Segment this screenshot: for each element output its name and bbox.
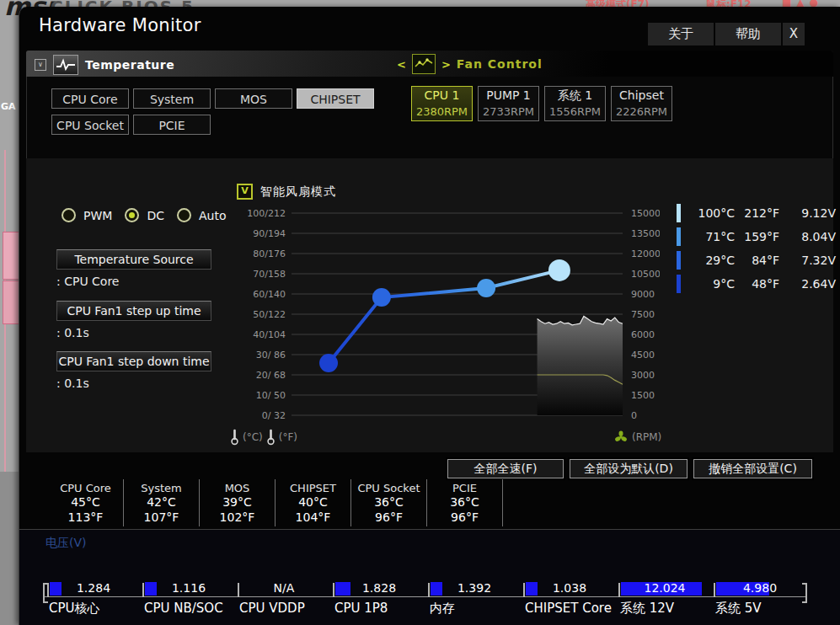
cpu-fan1-step-up-time-value: : 0.1s (56, 326, 89, 339)
fan-curve-chart[interactable]: 100/2121500090/1941350080/1761200070/158… (230, 200, 660, 432)
mode-label-pwm: PWM (83, 209, 112, 222)
fan-control-section-header: < > Fan Control (397, 54, 543, 74)
temp-tab-mos[interactable]: MOS (215, 88, 292, 109)
fan-tab-cpu-1[interactable]: CPU 12380RPM (411, 86, 473, 121)
temp-axis-tick: 20/ 68 (256, 370, 286, 381)
fan-tab-chipset[interactable]: Chipset2226RPM (611, 86, 672, 121)
point-voltage: 9.12V (792, 206, 836, 220)
about-button[interactable]: 关于 (648, 23, 714, 45)
all-set-default-button[interactable]: 全部设为默认(D) (570, 459, 688, 478)
bg-decoration-strip (0, 472, 19, 625)
thermometer-icon (230, 428, 239, 446)
temp-axis-tick: 90/194 (253, 228, 286, 239)
fan-control-section-title: Fan Control (457, 57, 543, 71)
readout-pcie: PCIE36°C96°F (427, 479, 503, 526)
readout-chipset: CHIPSET40°C104°F (276, 479, 351, 526)
temp-axis-tick: 70/158 (253, 269, 286, 280)
mode-label-auto: Auto (199, 209, 227, 222)
temperature-source-value: : CPU Core (56, 275, 119, 288)
radio-dot (66, 212, 72, 218)
readout-label: MOS (200, 481, 275, 495)
bios-screen: msi CLICK BIOS 5 高级模式(F7) 鼠标:F12 ■▲● GA … (0, 0, 840, 625)
fan-tab--1[interactable]: 系统 11556RPM (544, 86, 606, 121)
voltage-value-chipset-core: 1.038 (525, 581, 614, 595)
radio-dot (129, 212, 135, 218)
mode-radio-dc[interactable] (125, 208, 139, 222)
voltage-meter: 1.284CPU核心1.116CPU NB/SOCN/ACPU VDDP1.82… (43, 580, 814, 618)
celsius-unit-label: (°C) (243, 431, 263, 443)
readout-fahrenheit: 96°F (427, 510, 502, 525)
fan-rpm-value: 1556RPM (545, 104, 605, 119)
curve-points-table: 100°C212°F9.12V71°C159°F8.04V29°C84°F7.3… (677, 201, 836, 296)
help-button[interactable]: 帮助 (715, 23, 781, 45)
rpm-axis-tick: 7500 (631, 309, 655, 320)
smart-fan-checkbox[interactable]: V (237, 184, 253, 200)
cancel-all-settings-button[interactable]: 撤销全部设置(C) (693, 459, 812, 478)
fan-tab-pump-1[interactable]: PUMP 12733RPM (478, 86, 539, 121)
cpu-fan1-step-up-time-button[interactable]: CPU Fan1 step up time (56, 301, 211, 321)
bg-gaming-label: GA (1, 101, 16, 112)
fan-curve-point-1[interactable] (319, 354, 338, 372)
voltage-label-cpu-: CPU核心 (49, 601, 100, 617)
temp-axis-legend: (°C) (°F) (230, 428, 297, 446)
fan-curve-point-4[interactable] (548, 259, 570, 281)
rpm-axis-tick: 4500 (631, 350, 655, 361)
voltage-label-cpu-nb-soc: CPU NB/SOC (144, 601, 223, 616)
close-button[interactable]: X (783, 23, 805, 45)
voltage-label-cpu-1p8: CPU 1P8 (334, 601, 388, 616)
fan-name: Chipset (612, 87, 671, 104)
page-title: Hardware Monitor (39, 15, 201, 35)
readout-fahrenheit: 113°F (48, 510, 123, 525)
temp-tab-cpu-core[interactable]: CPU Core (51, 88, 129, 109)
point-color-bar (677, 275, 681, 293)
point-fahrenheit: 48°F (742, 277, 779, 291)
point-color-bar (677, 227, 681, 246)
next-section-arrow[interactable]: > (441, 58, 451, 71)
point-celsius: 100°C (693, 206, 735, 220)
temp-tab-chipset[interactable]: CHIPSET (297, 88, 374, 109)
voltage-panel: 电压(V) 1.284CPU核心1.116CPU NB/SOCN/ACPU VD… (19, 529, 840, 625)
fan-curve-point-2[interactable] (372, 288, 391, 307)
readout-system: System42°C107°F (124, 479, 200, 526)
voltage-label-cpu-vddp: CPU VDDP (239, 601, 305, 616)
voltage-label-chipset-core: CHIPSET Core (525, 601, 612, 616)
hardware-monitor-dialog: Hardware Monitor 关于 帮助 X ∨ Temperature <… (19, 7, 840, 625)
readout-celsius: 42°C (124, 495, 199, 510)
temperature-section-header: ∨ Temperature (35, 55, 174, 75)
voltage-label--: 内存 (430, 601, 455, 617)
curve-point-row-1: 100°C212°F9.12V (677, 201, 836, 225)
rpm-unit-label: (RPM) (632, 431, 661, 443)
temp-tab-system[interactable]: System (133, 88, 211, 109)
point-color-bar (677, 251, 681, 270)
temp-axis-tick: 30/ 86 (256, 350, 286, 361)
thermometer-icon (266, 428, 276, 446)
collapse-icon[interactable]: ∨ (35, 59, 46, 71)
rpm-axis-tick: 1500 (631, 390, 655, 401)
rpm-axis-tick: 6000 (631, 329, 655, 340)
mode-radio-auto[interactable] (177, 208, 191, 222)
point-voltage: 2.64V (792, 277, 836, 291)
temp-axis-tick: 40/104 (253, 329, 286, 340)
fan-mode-radios: PWMDCAuto (62, 208, 231, 222)
point-celsius: 71°C (693, 230, 735, 243)
temp-tab-pcie[interactable]: PCIE (133, 115, 211, 135)
point-celsius: 29°C (693, 254, 735, 267)
voltage-value--12v: 12.024 (620, 581, 709, 595)
cpu-fan1-step-down-time-button[interactable]: CPU Fan1 step down time (56, 351, 211, 371)
fan-selector-tabs: CPU 12380RPMPUMP 12733RPM系统 11556RPMChip… (411, 86, 672, 121)
voltage-track (43, 596, 807, 597)
temp-tab-cpu-socket[interactable]: CPU Socket (51, 115, 129, 135)
radio-dot (181, 212, 187, 218)
prev-section-arrow[interactable]: < (397, 58, 406, 71)
mode-radio-pwm[interactable] (62, 208, 76, 222)
fan-rpm-value: 2380RPM (412, 104, 472, 119)
fan-curve-point-3[interactable] (477, 279, 495, 297)
readout-celsius: 45°C (48, 495, 123, 510)
temperature-source-button[interactable]: Temperature Source (56, 249, 211, 270)
all-full-speed-button[interactable]: 全部全速(F) (447, 459, 564, 478)
temp-axis-tick: 50/122 (253, 309, 286, 320)
rpm-axis-legend: (RPM) (614, 430, 661, 444)
voltage-value-cpu-1p8: 1.828 (334, 581, 424, 595)
readout-mos: MOS39°C102°F (200, 479, 276, 526)
temp-axis-tick: 100/212 (247, 208, 286, 219)
